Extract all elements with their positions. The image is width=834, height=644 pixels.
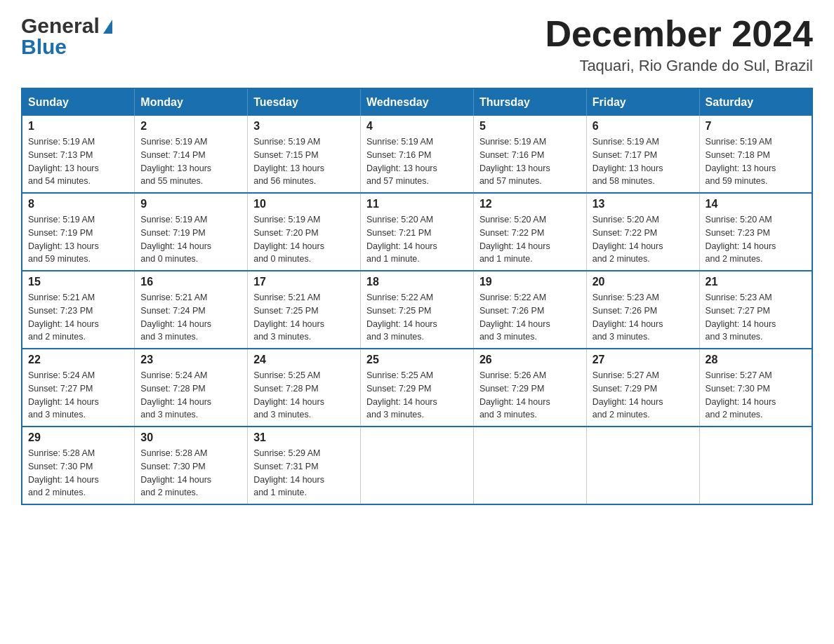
calendar-week-row: 22Sunrise: 5:24 AMSunset: 7:27 PMDayligh… (22, 349, 812, 427)
day-info: Sunrise: 5:19 AMSunset: 7:17 PMDaylight:… (593, 135, 694, 188)
page-header: General Blue December 2024 Taquari, Rio … (21, 14, 813, 75)
calendar-day-cell: 2Sunrise: 5:19 AMSunset: 7:14 PMDaylight… (135, 116, 248, 193)
day-info: Sunrise: 5:19 AMSunset: 7:15 PMDaylight:… (253, 135, 355, 188)
calendar-day-cell: 6Sunrise: 5:19 AMSunset: 7:17 PMDaylight… (586, 116, 699, 193)
calendar-week-row: 8Sunrise: 5:19 AMSunset: 7:19 PMDaylight… (22, 193, 812, 271)
day-info: Sunrise: 5:22 AMSunset: 7:25 PMDaylight:… (366, 291, 468, 344)
day-info: Sunrise: 5:19 AMSunset: 7:18 PMDaylight:… (706, 135, 806, 188)
logo-arrow-icon (103, 20, 112, 34)
calendar-day-cell: 31Sunrise: 5:29 AMSunset: 7:31 PMDayligh… (248, 427, 361, 504)
day-info: Sunrise: 5:19 AMSunset: 7:14 PMDaylight:… (140, 135, 241, 188)
logo: General Blue (21, 14, 112, 59)
day-number: 24 (253, 354, 355, 366)
calendar-day-cell: 23Sunrise: 5:24 AMSunset: 7:28 PMDayligh… (135, 349, 248, 427)
calendar-day-cell: 18Sunrise: 5:22 AMSunset: 7:25 PMDayligh… (361, 271, 474, 349)
calendar-table: SundayMondayTuesdayWednesdayThursdayFrid… (21, 88, 813, 505)
calendar-day-cell (699, 427, 812, 504)
day-number: 21 (706, 276, 806, 288)
calendar-day-cell: 4Sunrise: 5:19 AMSunset: 7:16 PMDaylight… (361, 116, 474, 193)
day-info: Sunrise: 5:27 AMSunset: 7:29 PMDaylight:… (593, 369, 694, 422)
calendar-day-cell: 27Sunrise: 5:27 AMSunset: 7:29 PMDayligh… (586, 349, 699, 427)
day-number: 1 (28, 120, 128, 133)
day-info: Sunrise: 5:19 AMSunset: 7:13 PMDaylight:… (28, 135, 128, 188)
day-info: Sunrise: 5:25 AMSunset: 7:29 PMDaylight:… (366, 369, 468, 422)
day-number: 4 (366, 120, 468, 133)
day-number: 5 (479, 120, 581, 133)
day-number: 13 (593, 198, 694, 210)
day-number: 19 (479, 276, 581, 288)
day-info: Sunrise: 5:20 AMSunset: 7:21 PMDaylight:… (366, 213, 468, 266)
calendar-day-cell (473, 427, 586, 504)
day-of-week-header: Tuesday (248, 88, 361, 116)
day-of-week-header: Friday (586, 88, 699, 116)
day-number: 3 (253, 120, 355, 133)
day-info: Sunrise: 5:19 AMSunset: 7:20 PMDaylight:… (253, 213, 355, 266)
day-number: 15 (28, 276, 128, 288)
day-info: Sunrise: 5:20 AMSunset: 7:22 PMDaylight:… (593, 213, 694, 266)
day-number: 22 (28, 354, 128, 366)
calendar-day-cell (586, 427, 699, 504)
title-area: December 2024 Taquari, Rio Grande do Sul… (545, 14, 813, 75)
calendar-day-cell: 25Sunrise: 5:25 AMSunset: 7:29 PMDayligh… (361, 349, 474, 427)
day-number: 7 (706, 120, 806, 133)
calendar-day-cell: 13Sunrise: 5:20 AMSunset: 7:22 PMDayligh… (586, 193, 699, 271)
day-of-week-header: Wednesday (361, 88, 474, 116)
day-info: Sunrise: 5:26 AMSunset: 7:29 PMDaylight:… (479, 369, 581, 422)
calendar-day-cell: 7Sunrise: 5:19 AMSunset: 7:18 PMDaylight… (699, 116, 812, 193)
calendar-day-cell: 17Sunrise: 5:21 AMSunset: 7:25 PMDayligh… (248, 271, 361, 349)
day-number: 2 (140, 120, 241, 133)
logo-general-text: General (21, 14, 100, 38)
day-info: Sunrise: 5:24 AMSunset: 7:27 PMDaylight:… (28, 369, 128, 422)
calendar-day-cell: 5Sunrise: 5:19 AMSunset: 7:16 PMDaylight… (473, 116, 586, 193)
calendar-day-cell (361, 427, 474, 504)
day-info: Sunrise: 5:24 AMSunset: 7:28 PMDaylight:… (140, 369, 241, 422)
day-info: Sunrise: 5:28 AMSunset: 7:30 PMDaylight:… (140, 447, 241, 499)
calendar-week-row: 29Sunrise: 5:28 AMSunset: 7:30 PMDayligh… (22, 427, 812, 504)
day-info: Sunrise: 5:25 AMSunset: 7:28 PMDaylight:… (253, 369, 355, 422)
day-number: 11 (366, 198, 468, 210)
day-info: Sunrise: 5:21 AMSunset: 7:23 PMDaylight:… (28, 291, 128, 344)
day-number: 8 (28, 198, 128, 210)
day-info: Sunrise: 5:20 AMSunset: 7:22 PMDaylight:… (479, 213, 581, 266)
calendar-day-cell: 28Sunrise: 5:27 AMSunset: 7:30 PMDayligh… (699, 349, 812, 427)
day-info: Sunrise: 5:20 AMSunset: 7:23 PMDaylight:… (706, 213, 806, 266)
calendar-day-cell: 30Sunrise: 5:28 AMSunset: 7:30 PMDayligh… (135, 427, 248, 504)
day-number: 10 (253, 198, 355, 210)
calendar-week-row: 1Sunrise: 5:19 AMSunset: 7:13 PMDaylight… (22, 116, 812, 193)
day-number: 26 (479, 354, 581, 366)
day-number: 29 (28, 431, 128, 444)
day-of-week-header: Thursday (473, 88, 586, 116)
calendar-day-cell: 14Sunrise: 5:20 AMSunset: 7:23 PMDayligh… (699, 193, 812, 271)
calendar-day-cell: 1Sunrise: 5:19 AMSunset: 7:13 PMDaylight… (22, 116, 135, 193)
day-number: 20 (593, 276, 694, 288)
calendar-day-cell: 19Sunrise: 5:22 AMSunset: 7:26 PMDayligh… (473, 271, 586, 349)
location-subtitle: Taquari, Rio Grande do Sul, Brazil (545, 57, 813, 75)
day-info: Sunrise: 5:21 AMSunset: 7:25 PMDaylight:… (253, 291, 355, 344)
calendar-header-row: SundayMondayTuesdayWednesdayThursdayFrid… (22, 88, 812, 116)
day-number: 18 (366, 276, 468, 288)
calendar-day-cell: 12Sunrise: 5:20 AMSunset: 7:22 PMDayligh… (473, 193, 586, 271)
day-info: Sunrise: 5:29 AMSunset: 7:31 PMDaylight:… (253, 447, 355, 499)
day-info: Sunrise: 5:21 AMSunset: 7:24 PMDaylight:… (140, 291, 241, 344)
calendar-day-cell: 8Sunrise: 5:19 AMSunset: 7:19 PMDaylight… (22, 193, 135, 271)
calendar-day-cell: 26Sunrise: 5:26 AMSunset: 7:29 PMDayligh… (473, 349, 586, 427)
calendar-day-cell: 11Sunrise: 5:20 AMSunset: 7:21 PMDayligh… (361, 193, 474, 271)
calendar-day-cell: 29Sunrise: 5:28 AMSunset: 7:30 PMDayligh… (22, 427, 135, 504)
calendar-day-cell: 16Sunrise: 5:21 AMSunset: 7:24 PMDayligh… (135, 271, 248, 349)
calendar-day-cell: 3Sunrise: 5:19 AMSunset: 7:15 PMDaylight… (248, 116, 361, 193)
calendar-day-cell: 20Sunrise: 5:23 AMSunset: 7:26 PMDayligh… (586, 271, 699, 349)
day-info: Sunrise: 5:23 AMSunset: 7:26 PMDaylight:… (593, 291, 694, 344)
day-number: 30 (140, 431, 241, 444)
day-info: Sunrise: 5:28 AMSunset: 7:30 PMDaylight:… (28, 447, 128, 499)
calendar-day-cell: 15Sunrise: 5:21 AMSunset: 7:23 PMDayligh… (22, 271, 135, 349)
day-of-week-header: Sunday (22, 88, 135, 116)
calendar-day-cell: 21Sunrise: 5:23 AMSunset: 7:27 PMDayligh… (699, 271, 812, 349)
day-number: 23 (140, 354, 241, 366)
day-info: Sunrise: 5:19 AMSunset: 7:19 PMDaylight:… (28, 213, 128, 266)
day-number: 6 (593, 120, 694, 133)
calendar-day-cell: 24Sunrise: 5:25 AMSunset: 7:28 PMDayligh… (248, 349, 361, 427)
day-info: Sunrise: 5:27 AMSunset: 7:30 PMDaylight:… (706, 369, 806, 422)
day-number: 16 (140, 276, 241, 288)
logo-blue-text: Blue (21, 35, 67, 59)
day-of-week-header: Saturday (699, 88, 812, 116)
